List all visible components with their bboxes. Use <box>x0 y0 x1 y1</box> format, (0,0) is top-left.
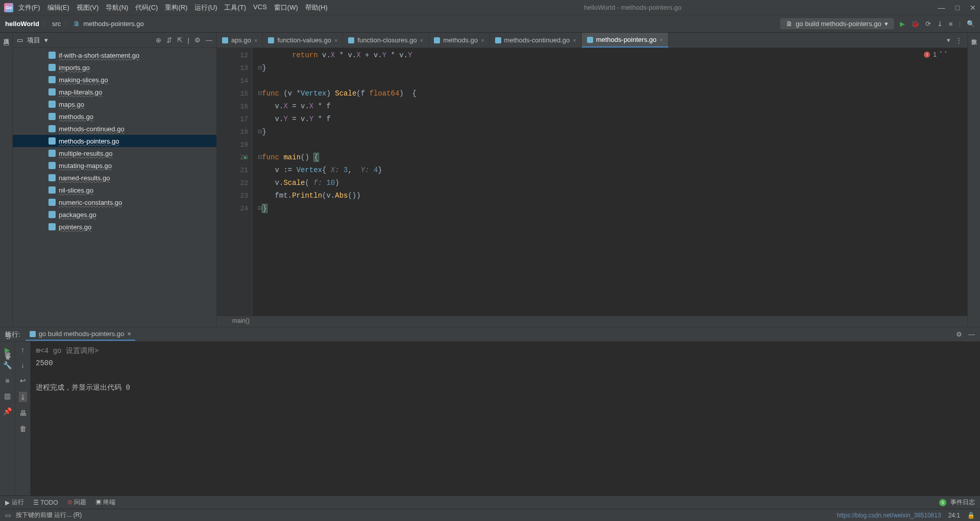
cursor-position[interactable]: 24:1 <box>948 512 960 519</box>
tree-item-label: making-slices.go <box>59 76 108 84</box>
star-icon[interactable]: ★ <box>5 353 11 362</box>
folder-icon[interactable]: ▭ <box>3 40 9 48</box>
debug-icon[interactable]: 🐞 <box>911 20 919 28</box>
coverage-icon[interactable]: ⟳ <box>925 20 931 28</box>
editor-tab[interactable]: methods.go× <box>429 33 489 48</box>
hide-icon[interactable]: — <box>968 330 975 338</box>
prev-error-icon[interactable]: ˆ <box>940 51 942 58</box>
collapse-icon[interactable]: ⇱ <box>177 36 183 44</box>
tree-item[interactable]: multiple-results.go <box>13 147 216 159</box>
run-actions-column: ▶ 🔧 ■ ▥ 📌 <box>0 342 15 495</box>
stop-icon[interactable]: ■ <box>949 20 953 28</box>
editor-tab[interactable]: methods-continued.go× <box>490 33 582 48</box>
menu-view[interactable]: 视图(V) <box>77 3 99 12</box>
terminal-toolwindow-button[interactable]: ▣ 终端 <box>95 498 115 507</box>
pin-icon[interactable]: 📌 <box>3 407 12 415</box>
menu-edit[interactable]: 编辑(E) <box>47 3 69 12</box>
editor-tab[interactable]: methods-pointers.go× <box>582 33 669 48</box>
run-config-selector[interactable]: 🗎 go build methods-pointers.go ▾ <box>780 18 894 29</box>
run-icon[interactable]: ▶ <box>900 20 905 28</box>
problems-toolwindow-button[interactable]: ⊘ 问题 <box>67 498 86 507</box>
breadcrumb-folder[interactable]: src <box>52 20 61 28</box>
menu-code[interactable]: 代码(C) <box>135 3 158 12</box>
tab-dropdown-icon[interactable]: ▾ <box>947 36 950 44</box>
tree-item[interactable]: maps.go <box>13 98 216 110</box>
tree-item[interactable]: methods-continued.go <box>13 123 216 135</box>
go-file-icon <box>48 186 56 194</box>
tree-item[interactable]: numeric-constants.go <box>13 196 216 208</box>
close-tab-icon[interactable]: × <box>659 37 663 43</box>
console-output[interactable]: ⊞<4 go 设置调用> 2500 进程完成，并显示退出代码 0 <box>31 342 980 495</box>
tree-item[interactable]: packages.go <box>13 208 216 221</box>
wrench-icon[interactable]: 🔧 <box>3 361 12 369</box>
tab-label: methods-pointers.go <box>596 36 657 43</box>
run-line-icon[interactable]: ▶ <box>244 151 247 164</box>
menu-run[interactable]: 运行(U) <box>194 3 217 12</box>
layout-icon[interactable]: ▥ <box>4 392 11 400</box>
softwrap-icon[interactable]: ↩ <box>20 376 26 385</box>
tab-list-icon[interactable]: ⋮ <box>955 36 962 44</box>
scroll-end-icon[interactable]: ⤓ <box>19 392 27 402</box>
project-view-icon[interactable]: ▭ <box>17 36 23 44</box>
project-tree[interactable]: if-with-a-short-statement.goimports.goma… <box>13 48 216 327</box>
run-toolwindow-button[interactable]: ▶ 运行 <box>5 498 24 507</box>
menu-window[interactable]: 窗口(W) <box>274 3 298 12</box>
menu-tools[interactable]: 工具(T) <box>224 3 246 12</box>
locate-icon[interactable]: ⊕ <box>156 36 161 44</box>
todo-toolwindow-button[interactable]: ☰ TODO <box>33 499 58 506</box>
dropdown-icon[interactable]: ▾ <box>44 36 48 44</box>
print-icon[interactable]: 🖶 <box>19 409 27 417</box>
tree-item[interactable]: map-literals.go <box>13 86 216 98</box>
next-error-icon[interactable]: ˇ <box>945 51 947 58</box>
tree-item[interactable]: named-results.go <box>13 172 216 184</box>
breadcrumb-project[interactable]: helloWorld <box>5 20 39 28</box>
clear-icon[interactable]: 🗑 <box>19 424 27 433</box>
run-tab[interactable]: go build methods-pointers.go × <box>26 328 135 341</box>
tree-item[interactable]: mutating-maps.go <box>13 159 216 172</box>
expand-icon[interactable]: ⇵ <box>166 36 172 44</box>
editor-breadcrumb-bottom[interactable]: main() <box>217 316 967 327</box>
editor-tab[interactable]: aps.go× <box>217 33 263 48</box>
up-icon[interactable]: ↑ <box>21 346 24 354</box>
lock-icon[interactable]: 🔒 <box>967 512 975 519</box>
close-tab-icon[interactable]: × <box>420 37 423 43</box>
tree-item[interactable]: imports.go <box>13 61 216 74</box>
close-icon[interactable]: ✕ <box>970 4 976 12</box>
code-content[interactable]: return v.X * v.X + v.Y * v.Y ⊟} ⊟func (v… <box>253 48 967 316</box>
search-icon[interactable]: 🔍 <box>967 20 975 28</box>
go-file-icon <box>268 37 274 43</box>
status-icon[interactable]: ▭ <box>5 512 11 519</box>
event-log-button[interactable]: 事件日志 <box>950 498 975 507</box>
close-tab-icon[interactable]: × <box>481 37 484 43</box>
menu-navigate[interactable]: 导航(N) <box>106 3 128 12</box>
inspection-widget[interactable]: ! 1 ˆ ˇ <box>924 51 947 58</box>
close-tab-icon[interactable]: × <box>573 37 576 43</box>
settings-icon[interactable]: ⚙ <box>956 330 962 338</box>
stop-icon[interactable]: ■ <box>5 376 9 385</box>
settings-icon[interactable]: ⚙ <box>194 36 201 44</box>
down-icon[interactable]: ↓ <box>21 361 24 369</box>
profile-icon[interactable]: ⤓ <box>937 20 943 28</box>
tree-item[interactable]: pointers.go <box>13 221 216 233</box>
close-tab-icon[interactable]: × <box>334 37 337 43</box>
editor-tab[interactable]: function-closures.go× <box>343 33 429 48</box>
tree-item[interactable]: methods.go <box>13 110 216 123</box>
menu-help[interactable]: 帮助(H) <box>305 3 328 12</box>
tree-item[interactable]: making-slices.go <box>13 74 216 86</box>
menu-vcs[interactable]: VCS <box>253 3 267 12</box>
breadcrumb-file[interactable]: methods-pointers.go <box>83 20 144 28</box>
maximize-icon[interactable]: □ <box>955 4 960 12</box>
tree-item[interactable]: methods-pointers.go <box>13 135 216 147</box>
code-editor[interactable]: 121314151617181920▶21222324 return v.X *… <box>217 48 967 316</box>
minimize-icon[interactable]: — <box>938 4 945 12</box>
tree-item[interactable]: nil-slices.go <box>13 184 216 196</box>
menu-refactor[interactable]: 重构(R) <box>165 3 187 12</box>
editor-tab[interactable]: function-values.go× <box>263 33 343 48</box>
structure-icon[interactable]: ⠿ <box>6 333 11 341</box>
close-tab-icon[interactable]: × <box>127 330 131 338</box>
close-tab-icon[interactable]: × <box>254 37 257 43</box>
menu-file[interactable]: 文件(F) <box>18 3 40 12</box>
hide-icon[interactable]: — <box>206 36 212 44</box>
editor-gutter[interactable]: 121314151617181920▶21222324 <box>217 48 253 316</box>
tree-item[interactable]: if-with-a-short-statement.go <box>13 49 216 61</box>
